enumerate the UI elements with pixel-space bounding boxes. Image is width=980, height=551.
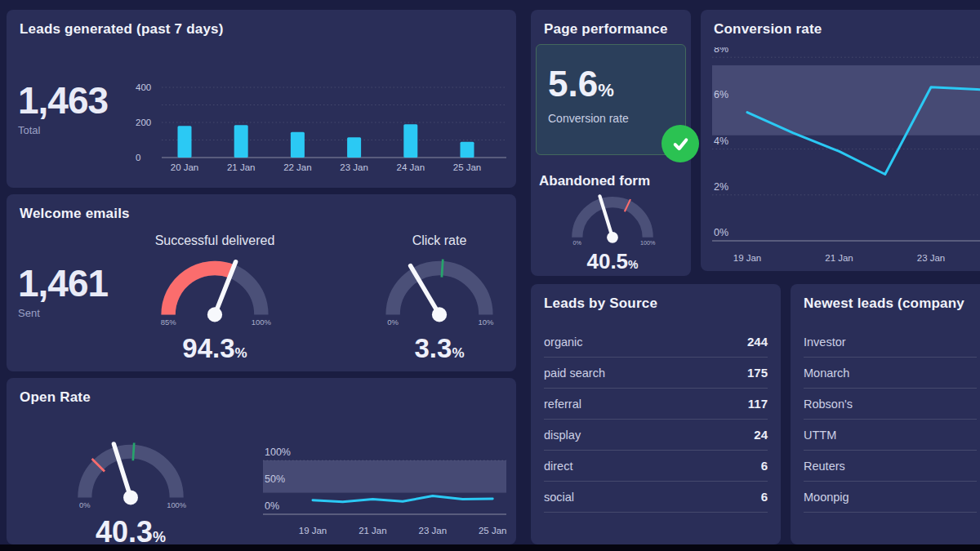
letterbox-bar [0, 544, 980, 551]
svg-text:85%: 85% [161, 318, 177, 327]
row-label: Robson's [804, 398, 853, 411]
svg-text:0%: 0% [79, 501, 91, 509]
row-value: 175 [747, 366, 768, 380]
row-label: paid search [544, 367, 605, 380]
svg-text:20 Jan: 20 Jan [171, 162, 199, 172]
check-icon [662, 125, 699, 162]
row-label: direct [544, 460, 572, 473]
svg-text:21 Jan: 21 Jan [359, 526, 387, 535]
table-row: Investor [804, 327, 977, 358]
gauge-label: Successful delivered [133, 233, 296, 248]
page-title: Leads generated (past 7 days) [20, 21, 224, 38]
gauge-chart: 85%100% [150, 251, 279, 330]
row-label: Reuters [804, 460, 845, 473]
row-value: 6 [761, 490, 768, 504]
svg-text:50%: 50% [265, 473, 285, 485]
svg-text:4%: 4% [714, 136, 728, 147]
stat-label: Sent [18, 307, 108, 319]
svg-text:19 Jan: 19 Jan [733, 253, 762, 263]
svg-text:21 Jan: 21 Jan [227, 162, 256, 172]
svg-text:23 Jan: 23 Jan [340, 162, 368, 172]
row-value: 6 [761, 459, 768, 473]
svg-text:24 Jan: 24 Jan [397, 162, 425, 172]
gauge-value: 40.5% [531, 251, 694, 272]
panel-conversion-rate: Conversion rate 0%2%4%6%8%19 Jan21 Jan23… [701, 10, 980, 271]
svg-text:22 Jan: 22 Jan [283, 162, 312, 172]
svg-text:200: 200 [136, 118, 151, 127]
card-label: Conversion rate [548, 112, 629, 125]
gauge-chart: 0%10% [375, 251, 504, 330]
gauge-value: 40.3% [49, 518, 212, 547]
row-value: 244 [747, 335, 768, 349]
page-title: Newest leads (company [804, 295, 964, 312]
svg-text:0: 0 [136, 153, 140, 162]
svg-text:21 Jan: 21 Jan [825, 253, 853, 263]
card-value: 5.6% [548, 66, 614, 102]
row-value: 24 [754, 428, 768, 442]
stat-value: 1,463 [18, 82, 108, 119]
gauge-click-rate: Click rate 0%10% 3.3% [358, 233, 521, 362]
table-row: UTTM [804, 420, 977, 451]
row-label: display [544, 429, 581, 442]
table-row: paid search175 [544, 358, 768, 389]
svg-text:0%: 0% [573, 239, 582, 247]
panel-open-rate: Open Rate 0%100% 40.3% 0%50%100%19 Jan21… [7, 378, 516, 544]
newest-leads-list: InvestorMonarchRobson'sUTTMReutersMoonpi… [804, 327, 977, 513]
row-label: Moonpig [804, 491, 849, 504]
abandoned-form-label: Abandoned form [539, 173, 650, 189]
svg-text:2%: 2% [714, 181, 728, 193]
table-row: Moonpig [804, 482, 977, 513]
table-row: Robson's [804, 389, 977, 420]
panel-leads-generated: Leads generated (past 7 days) 1,463 Tota… [7, 10, 516, 188]
svg-text:0%: 0% [714, 227, 728, 238]
svg-text:23 Jan: 23 Jan [419, 526, 448, 535]
leads-bar-chart: 020040020 Jan21 Jan22 Jan23 Jan24 Jan25 … [129, 75, 513, 181]
row-label: Monarch [804, 367, 849, 380]
row-label: UTTM [804, 429, 836, 442]
svg-text:23 Jan: 23 Jan [917, 253, 946, 263]
svg-text:6%: 6% [714, 89, 728, 100]
panel-welcome-emails: Welcome emails 1,461 Sent Successful del… [7, 194, 516, 371]
panel-page-performance: Page performance 5.6% Conversion rate Ab… [531, 10, 691, 276]
page-title: Conversion rate [714, 21, 822, 38]
table-row: direct6 [544, 451, 768, 482]
svg-text:100%: 100% [167, 501, 186, 509]
gauge-value: 94.3% [133, 335, 296, 362]
svg-text:8%: 8% [714, 47, 728, 55]
leads-by-source-table: organic244paid search175referral117displ… [544, 327, 768, 513]
gauge-open-rate: 0%100% 40.3% [49, 435, 212, 547]
stat-value: 1,461 [18, 264, 108, 302]
gauge-label: Click rate [358, 233, 521, 248]
svg-text:25 Jan: 25 Jan [453, 162, 482, 172]
leads-total-stat: 1,463 Total [18, 82, 108, 136]
page-title: Page performance [544, 21, 668, 38]
emails-sent-stat: 1,461 Sent [18, 264, 108, 319]
gauge-chart: 0%100% [67, 435, 194, 513]
svg-text:0%: 0% [265, 500, 279, 512]
svg-text:100%: 100% [265, 447, 291, 458]
gauge-successful-delivered: Successful delivered 85%100% 94.3% [133, 233, 296, 362]
row-label: referral [544, 398, 581, 411]
svg-text:400: 400 [136, 82, 151, 92]
svg-text:0%: 0% [387, 318, 399, 327]
stat-label: Total [18, 124, 108, 136]
page-title: Leads by Source [544, 295, 657, 312]
row-value: 117 [748, 397, 768, 411]
svg-text:10%: 10% [478, 318, 494, 327]
page-title: Open Rate [20, 389, 91, 406]
conversion-rate-line-chart: 0%2%4%6%8%19 Jan21 Jan23 Jan [712, 47, 980, 271]
table-row: organic244 [544, 327, 768, 358]
row-label: social [544, 491, 574, 504]
open-rate-line-chart: 0%50%100%19 Jan21 Jan23 Jan25 Jan [263, 442, 524, 543]
svg-text:19 Jan: 19 Jan [299, 526, 327, 535]
svg-text:100%: 100% [252, 318, 272, 327]
panel-newest-leads: Newest leads (company InvestorMonarchRob… [791, 284, 980, 544]
page-title: Welcome emails [20, 206, 130, 222]
panel-leads-by-source: Leads by Source organic244paid search175… [531, 284, 781, 544]
table-row: Monarch [804, 358, 977, 389]
table-row: social6 [544, 482, 768, 513]
gauge-chart: 0%100% [564, 189, 662, 249]
svg-text:25 Jan: 25 Jan [479, 526, 507, 535]
gauge-value: 3.3% [358, 335, 521, 362]
gauge-abandoned-form: 0%100% 40.5% [531, 189, 694, 272]
